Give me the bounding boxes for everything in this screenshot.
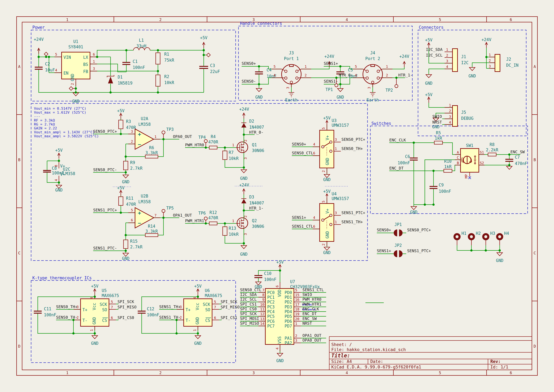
junction-dot (94, 332, 96, 335)
titleblock-size: Size: A4 (331, 359, 352, 364)
schematic-label: 2 (449, 109, 451, 113)
schematic-label: UMW3157 (332, 123, 349, 128)
title-block: File: hakko_station.kicad_sch Sheet: / T… (329, 336, 532, 370)
schematic-label: 1 (93, 60, 95, 63)
schematic-label: R3 (126, 119, 131, 124)
schematic-label: U4 (332, 191, 337, 196)
schematic-label: R4 (211, 134, 215, 139)
schematic-label: R13 (229, 226, 236, 231)
schematic-label: 4 (355, 73, 357, 77)
schematic-label: SPI_MISO (118, 305, 136, 309)
schematic-label: +5V (323, 189, 331, 194)
schematic-label: SENS1_PTC- (93, 246, 117, 251)
schematic-label: ENC_CLK (302, 307, 319, 311)
schematic-label: PD5 (284, 314, 292, 319)
schematic-label: SENS0- (242, 79, 256, 84)
schematic-label: L1 (139, 38, 144, 43)
schematic-label: +24V (239, 183, 249, 187)
junction-dot (335, 77, 338, 79)
schematic-label: 4 (313, 216, 315, 220)
schematic-label: GND (325, 158, 330, 165)
schematic-label: C1 (133, 59, 138, 64)
schematic-label: SENS1_PTC+ (93, 208, 117, 212)
schematic-label: 3 (76, 305, 79, 309)
junction-dot (58, 160, 60, 162)
schematic-label: CS (102, 318, 107, 323)
schematic-label: SENS1+ (324, 61, 338, 66)
schematic-label: 2 (446, 53, 448, 57)
schematic-label: SY8401 (68, 45, 83, 49)
schematic-label: 1 (386, 65, 388, 69)
schematic-label: SO (205, 308, 210, 312)
junction-dot (470, 249, 472, 252)
schematic-label: 4 (346, 371, 348, 375)
schematic-label: GND (55, 188, 63, 192)
schematic-label: 100nF (147, 313, 159, 317)
schematic-label: SPI_MISO (240, 321, 259, 326)
schematic-label: PC3 (267, 305, 275, 309)
schematic-label: Vcc (195, 303, 200, 310)
pin-circle (366, 77, 368, 79)
schematic-label: C (457, 156, 459, 160)
schematic-label: NRST (432, 120, 442, 125)
schematic-label: R14 (148, 224, 155, 229)
junction-dot (243, 209, 245, 211)
schematic-label: C5 (348, 68, 353, 72)
schematic-label: 1 (232, 219, 234, 223)
schematic-label: SPI_SCK (118, 299, 134, 304)
schematic-sheet: File: hakko_station.kicad_sch Sheet: / T… (0, 0, 554, 392)
schematic-label: 12 (260, 312, 264, 316)
schematic-label: HTR_0- (249, 130, 263, 135)
schematic-label: 2 (159, 18, 162, 22)
schematic-label: 3 (93, 67, 95, 71)
pin-circle (330, 223, 332, 226)
schematic-label: LX (83, 55, 88, 60)
schematic-label: 100nF (439, 189, 451, 194)
schematic-label: 100nF (44, 313, 56, 317)
pin-circle (322, 219, 324, 221)
titleblock-rev: Rev: (490, 359, 501, 364)
schematic-label: SENS0_TH- (56, 315, 77, 320)
schematic-label: T+ (186, 308, 190, 312)
schematic-label: PWM_HTR0 (302, 297, 321, 302)
pin-circle (322, 146, 324, 148)
schematic-label: 6 (313, 224, 315, 229)
schematic-label: 6 (313, 151, 315, 155)
schematic-label: 2 (386, 73, 388, 77)
schematic-label: 17 (295, 303, 299, 307)
schematic-label: LM358 (138, 122, 151, 127)
schematic-label: SENS1- (324, 79, 338, 84)
schematic-label: 1kR (444, 164, 452, 169)
schematic-label: 15 (295, 293, 299, 297)
schematic-label: SO (102, 308, 107, 312)
schematic-label: SENS0_PTC+ (341, 137, 365, 142)
junction-dot (75, 87, 77, 90)
junction-dot (110, 91, 112, 94)
schematic-label: 2.2kR (486, 147, 499, 152)
schematic-label: Q1 (252, 142, 257, 147)
schematic-label: +5V (91, 284, 98, 288)
schematic-label: ENC_DT (389, 166, 403, 170)
junction-dot (38, 56, 40, 58)
junction-dot (197, 332, 199, 335)
titleblock-id: Id: 1/1 (490, 364, 508, 369)
schematic-label: OPA1_OUT (173, 213, 192, 217)
schematic-label: 100nF (264, 277, 276, 282)
junction-dot (205, 147, 207, 149)
schematic-label: +5V (194, 284, 202, 288)
schematic-label: SPI_CS0 (240, 307, 257, 311)
schematic-label: J4 (370, 50, 375, 55)
schematic-label: D (18, 344, 20, 349)
schematic-label: 1 (193, 329, 197, 331)
schematic-label: +5V (117, 108, 125, 113)
schematic-label: 11 (260, 307, 264, 311)
schematic-label: 6 (214, 316, 216, 320)
schematic-label: H4 (504, 231, 509, 236)
junction-dot (96, 56, 98, 58)
schematic-label: SPI_MOSI (240, 316, 259, 321)
junction-dot (224, 222, 226, 224)
schematic-label: 2 (243, 140, 248, 141)
schematic-label: HTR_1- (249, 206, 263, 210)
schematic-label: Port 1 (284, 56, 299, 61)
junction-dot (125, 171, 127, 174)
